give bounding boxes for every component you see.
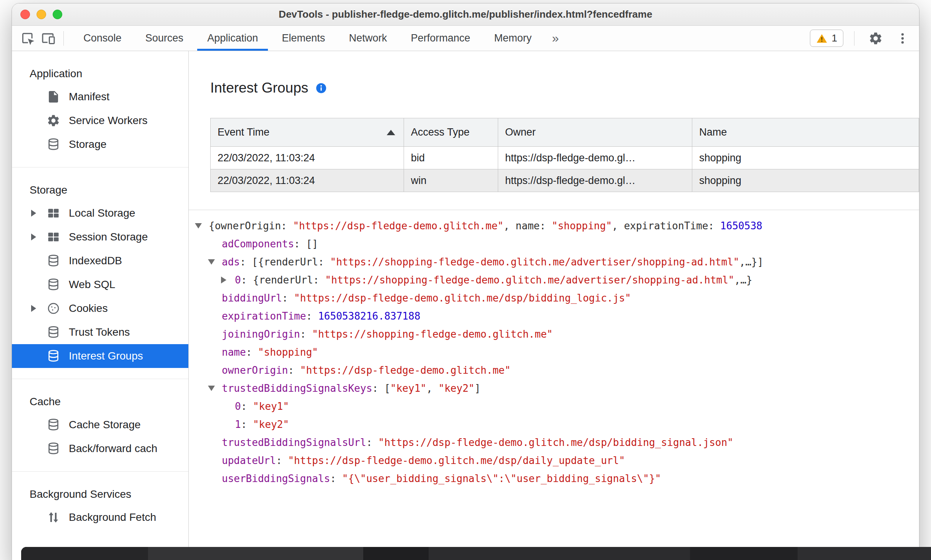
- punctuation: :: [276, 455, 288, 466]
- preview-key: name: [515, 220, 540, 232]
- column-header-event-time[interactable]: Event Time: [211, 118, 404, 147]
- zoom-button[interactable]: [53, 10, 62, 19]
- property-key: userBiddingSignals: [222, 473, 330, 484]
- tab-console[interactable]: Console: [71, 26, 133, 51]
- expand-triangle-icon[interactable]: [31, 305, 47, 312]
- expand-arrow-icon[interactable]: [221, 271, 235, 289]
- tree-line[interactable]: joiningOrigin: "https://shopping-fledge-…: [195, 325, 919, 343]
- property-key: trustedBiddingSignalsKeys: [222, 383, 372, 394]
- tab-memory[interactable]: Memory: [482, 26, 544, 51]
- preview-key: renderUrl: [264, 256, 318, 268]
- table-row[interactable]: 22/03/2022, 11:03:24winhttps://dsp-fledg…: [211, 169, 919, 192]
- tree-line[interactable]: 1: "key2": [195, 416, 919, 434]
- database-icon: [47, 254, 60, 268]
- collapse-arrow-icon[interactable]: [195, 217, 209, 235]
- sidebar-section-title: Cache: [12, 391, 188, 413]
- tree-line[interactable]: trustedBiddingSignalsKeys: ["key1", "key…: [195, 379, 919, 398]
- sidebar-item-manifest[interactable]: Manifest: [12, 85, 188, 109]
- page-title: Interest Groups: [210, 78, 308, 98]
- tree-line[interactable]: updateUrl: "https://dsp-fledge-demo.glit…: [195, 452, 919, 470]
- traffic-lights: [12, 10, 62, 19]
- punctuation: :: [282, 292, 294, 304]
- devtools-toolbar: ConsoleSourcesApplicationElementsNetwork…: [12, 26, 919, 51]
- sidebar-item-web-sql[interactable]: Web SQL: [12, 273, 188, 297]
- table-icon: [47, 206, 60, 220]
- tab-network[interactable]: Network: [337, 26, 399, 51]
- panel-top: Interest Groups Event TimeAccess TypeOwn…: [189, 51, 919, 192]
- punctuation: :: [241, 419, 253, 430]
- table-icon: [47, 230, 60, 244]
- tree-line[interactable]: trustedBiddingSignalsUrl: "https://dsp-f…: [195, 434, 919, 452]
- property-key: 0: [235, 401, 241, 412]
- devtools-window: DevTools - publisher-fledge-demo.glitch.…: [12, 3, 919, 560]
- sidebar-item-background-fetch[interactable]: Background Fetch: [12, 505, 188, 529]
- collapse-arrow-icon[interactable]: [208, 379, 222, 398]
- punctuation: ,: [612, 220, 624, 232]
- inspect-element-icon[interactable]: [17, 28, 38, 49]
- tree-line[interactable]: biddingUrl: "https://dsp-fledge-demo.gli…: [195, 289, 919, 307]
- sidebar-item-cache-storage[interactable]: Cache Storage: [12, 413, 188, 437]
- sidebar-item-storage[interactable]: Storage: [12, 133, 188, 156]
- dock-segment: [363, 547, 429, 560]
- property-key: updateUrl: [222, 455, 276, 466]
- sidebar-section-application: ApplicationManifestService WorkersStorag…: [12, 51, 188, 167]
- tree-line[interactable]: 0: {renderUrl: "https://shopping-fledge-…: [195, 271, 919, 289]
- tree-line[interactable]: 0: "key1": [195, 398, 919, 416]
- sidebar-item-back-forward-cach[interactable]: Back/forward cach: [12, 437, 188, 461]
- column-header-name[interactable]: Name: [692, 118, 919, 147]
- punctuation: :: [300, 328, 312, 340]
- table-header-row: Event TimeAccess TypeOwnerName: [211, 118, 919, 147]
- column-header-owner[interactable]: Owner: [498, 118, 692, 147]
- sidebar-section-title: Application: [12, 63, 188, 85]
- fetch-icon: [47, 510, 60, 524]
- tab-application[interactable]: Application: [195, 26, 270, 51]
- sidebar-item-session-storage[interactable]: Session Storage: [12, 225, 188, 249]
- collapse-arrow-icon[interactable]: [208, 253, 222, 271]
- tree-line[interactable]: {ownerOrigin: "https://dsp-fledge-demo.g…: [195, 217, 919, 235]
- string-value: "key2": [439, 383, 475, 394]
- sidebar-item-trust-tokens[interactable]: Trust Tokens: [12, 320, 188, 344]
- tab-performance[interactable]: Performance: [399, 26, 482, 51]
- sidebar-item-service-workers[interactable]: Service Workers: [12, 109, 188, 133]
- table-row[interactable]: 22/03/2022, 11:03:24bidhttps://dsp-fledg…: [211, 147, 919, 169]
- tree-line[interactable]: ownerOrigin: "https://dsp-fledge-demo.gl…: [195, 361, 919, 379]
- number-value: 1650538: [720, 220, 763, 232]
- string-value: "https://dsp-fledge-demo.glitch.me/dsp/b…: [294, 292, 631, 304]
- column-header-access-type[interactable]: Access Type: [404, 118, 498, 147]
- expand-triangle-icon[interactable]: [31, 210, 47, 217]
- close-button[interactable]: [20, 10, 30, 19]
- issues-badge[interactable]: 1: [810, 30, 843, 47]
- tree-line[interactable]: name: "shopping": [195, 343, 919, 361]
- tree-line[interactable]: expirationTime: 1650538216.837188: [195, 307, 919, 325]
- tab-elements[interactable]: Elements: [270, 26, 337, 51]
- minimize-button[interactable]: [37, 10, 46, 19]
- table-cell: shopping: [692, 169, 919, 192]
- expand-triangle-icon[interactable]: [31, 234, 47, 240]
- sidebar-item-local-storage[interactable]: Local Storage: [12, 201, 188, 225]
- info-icon[interactable]: [315, 82, 327, 94]
- more-tabs-button[interactable]: »: [544, 31, 567, 45]
- sidebar-item-label: Trust Tokens: [69, 326, 130, 338]
- string-value: "https://shopping-fledge-demo.glitch.me": [312, 328, 553, 340]
- sidebar-item-cookies[interactable]: Cookies: [12, 297, 188, 320]
- punctuation: {: [209, 220, 215, 232]
- sidebar-item-indexeddb[interactable]: IndexedDB: [12, 249, 188, 273]
- tab-sources[interactable]: Sources: [133, 26, 195, 51]
- device-toolbar-icon[interactable]: [38, 28, 59, 49]
- tree-line[interactable]: adComponents: []: [195, 235, 919, 253]
- sidebar-section-storage: StorageLocal StorageSession StorageIndex…: [12, 167, 188, 379]
- string-value: "shopping": [552, 220, 612, 232]
- punctuation: :: [313, 274, 325, 286]
- punctuation: ,…}]: [739, 256, 763, 268]
- more-options-icon[interactable]: [892, 28, 913, 49]
- database-icon: [47, 442, 60, 456]
- punctuation: [{: [252, 256, 264, 268]
- punctuation: :: [330, 473, 342, 484]
- settings-gear-icon[interactable]: [865, 28, 886, 49]
- tree-line[interactable]: ads: [{renderUrl: "https://shopping-fled…: [195, 253, 919, 271]
- tree-line[interactable]: userBiddingSignals: "{\"user_bidding_sig…: [195, 470, 919, 488]
- number-value: 1650538216.837188: [318, 310, 420, 322]
- punctuation: ,: [426, 383, 438, 394]
- property-key: 0: [235, 274, 241, 286]
- sidebar-item-interest-groups[interactable]: Interest Groups: [12, 344, 188, 368]
